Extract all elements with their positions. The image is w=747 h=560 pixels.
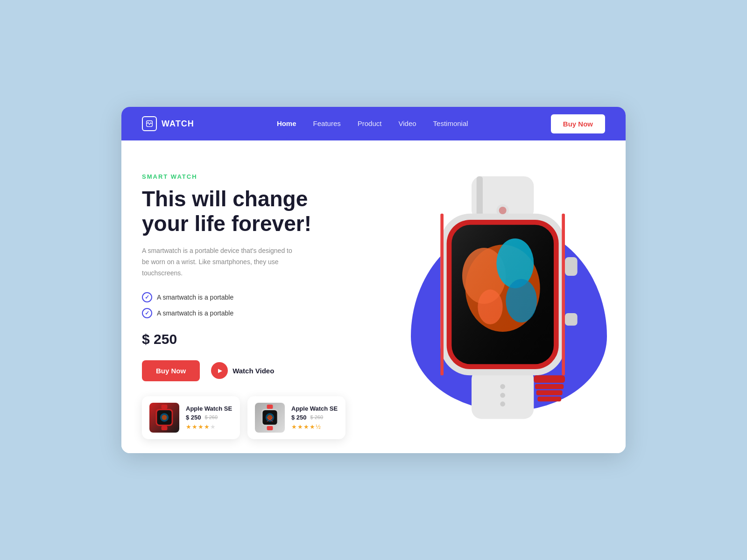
svg-rect-16 — [477, 176, 483, 220]
hero-subtitle: SMART WATCH — [142, 173, 345, 180]
brand-logo[interactable]: WATCH — [142, 116, 194, 131]
product-image-1 — [149, 403, 179, 433]
nav-link-testimonial[interactable]: Testimonial — [433, 119, 468, 127]
hero-description: A smartwatch is a portable device that's… — [142, 245, 301, 279]
hero-watch-illustration — [345, 168, 616, 411]
hero-section: SMART WATCH This will change your life f… — [121, 140, 626, 453]
product-price-row-2: $ 250 $ 260 — [291, 414, 338, 421]
hero-buy-button[interactable]: Buy Now — [142, 360, 200, 381]
product-info-1: Apple Watch SE $ 250 $ 260 ★★★★★ — [186, 405, 233, 430]
feature-label-1: A smartwatch is a portable — [157, 294, 233, 301]
product-name-1: Apple Watch SE — [186, 405, 233, 412]
svg-point-20 — [500, 402, 505, 407]
svg-rect-36 — [534, 376, 565, 383]
product-name-2: Apple Watch SE — [291, 405, 338, 412]
svg-rect-8 — [267, 426, 273, 430]
nav-link-video[interactable]: Video — [398, 119, 416, 127]
nav-item-home[interactable]: Home — [277, 119, 296, 128]
hero-content: SMART WATCH This will change your life f… — [142, 168, 345, 439]
product-card-2[interactable]: Apple Watch SE $ 250 $ 260 ★★★★½ — [247, 396, 345, 439]
nav-link-product[interactable]: Product — [358, 119, 382, 127]
product-current-price-2: $ 250 — [291, 414, 307, 421]
watch-video-button[interactable]: Watch Video — [211, 362, 274, 379]
product-current-price-1: $ 250 — [186, 414, 201, 421]
svg-rect-33 — [565, 313, 578, 326]
page-wrapper: WATCH Home Features Product Video Testim… — [121, 107, 626, 453]
svg-rect-37 — [535, 384, 564, 389]
svg-point-18 — [500, 384, 505, 389]
play-icon — [211, 362, 228, 379]
brand-name: WATCH — [162, 119, 194, 129]
svg-rect-1 — [162, 405, 168, 409]
navbar: WATCH Home Features Product Video Testim… — [121, 107, 626, 140]
svg-rect-38 — [536, 391, 563, 396]
product-price: $ 250 — [142, 331, 345, 347]
hero-title-line2: your life forever! — [142, 211, 311, 236]
svg-rect-2 — [162, 426, 168, 430]
logo-icon — [142, 116, 157, 131]
navbar-buy-button[interactable]: Buy Now — [551, 114, 605, 133]
product-stars-1: ★★★★★ — [186, 423, 233, 430]
nav-links: Home Features Product Video Testimonial — [277, 119, 468, 128]
nav-link-home[interactable]: Home — [277, 119, 296, 127]
feature-item-2: A smartwatch is a portable — [142, 308, 345, 318]
nav-item-features[interactable]: Features — [313, 119, 341, 128]
video-label: Watch Video — [233, 367, 274, 375]
svg-rect-7 — [267, 405, 273, 409]
product-old-price-2: $ 260 — [310, 414, 324, 420]
svg-rect-32 — [565, 257, 578, 276]
check-icon-2 — [142, 308, 152, 318]
feature-item-1: A smartwatch is a portable — [142, 292, 345, 302]
cta-row: Buy Now Watch Video — [142, 360, 345, 381]
watch-svg — [378, 164, 626, 425]
product-card-1[interactable]: Apple Watch SE $ 250 $ 260 ★★★★★ — [142, 396, 240, 439]
check-icon-1 — [142, 292, 152, 302]
hero-title: This will change your life forever! — [142, 187, 345, 236]
nav-link-features[interactable]: Features — [313, 119, 341, 127]
product-image-2 — [255, 403, 285, 433]
svg-point-35 — [499, 207, 507, 214]
nav-item-product[interactable]: Product — [358, 119, 382, 128]
nav-item-video[interactable]: Video — [398, 119, 416, 128]
svg-rect-23 — [562, 214, 565, 376]
svg-rect-31 — [451, 225, 554, 364]
svg-rect-39 — [537, 397, 561, 402]
svg-point-6 — [162, 415, 167, 420]
nav-item-testimonial[interactable]: Testimonial — [433, 119, 468, 128]
svg-point-19 — [500, 393, 505, 398]
product-price-row-1: $ 250 $ 260 — [186, 414, 233, 421]
svg-point-12 — [268, 415, 273, 420]
product-old-price-1: $ 260 — [205, 414, 218, 420]
feature-label-2: A smartwatch is a portable — [157, 309, 233, 317]
svg-rect-22 — [440, 214, 444, 376]
product-stars-2: ★★★★½ — [291, 423, 338, 430]
features-list: A smartwatch is a portable A smartwatch … — [142, 292, 345, 318]
product-cards: Apple Watch SE $ 250 $ 260 ★★★★★ — [142, 396, 345, 439]
hero-title-line1: This will change — [142, 187, 308, 211]
product-info-2: Apple Watch SE $ 250 $ 260 ★★★★½ — [291, 405, 338, 430]
